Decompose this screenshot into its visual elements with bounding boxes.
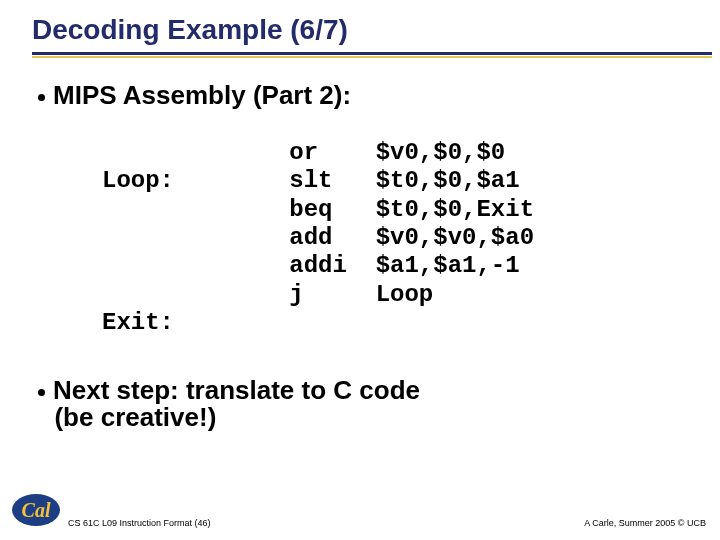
slide-title: Decoding Example (6/7) [32,14,348,50]
bullet-icon [38,94,45,101]
cal-logo: Cal [10,492,62,528]
footer-right: A Carle, Summer 2005 © UCB [584,518,706,528]
bullet-mips-assembly: MIPS Assembly (Part 2): [40,80,680,111]
title-rule-dark [32,52,712,55]
next-step-line1: Next step: translate to C code [53,375,420,405]
mips-code-block: or $v0,$0,$0 Loop: slt $t0,$0,$a1 beq $t… [102,139,680,337]
next-step-line2: (be creative!) [54,402,216,432]
bullet-text-1: MIPS Assembly (Part 2): [53,80,351,110]
footer-left: CS 61C L09 Instruction Format (46) [68,518,211,528]
svg-text:Cal: Cal [22,499,51,521]
bullet-icon [38,389,45,396]
bullet-next-step: Next step: translate to C code (be creat… [40,377,680,432]
